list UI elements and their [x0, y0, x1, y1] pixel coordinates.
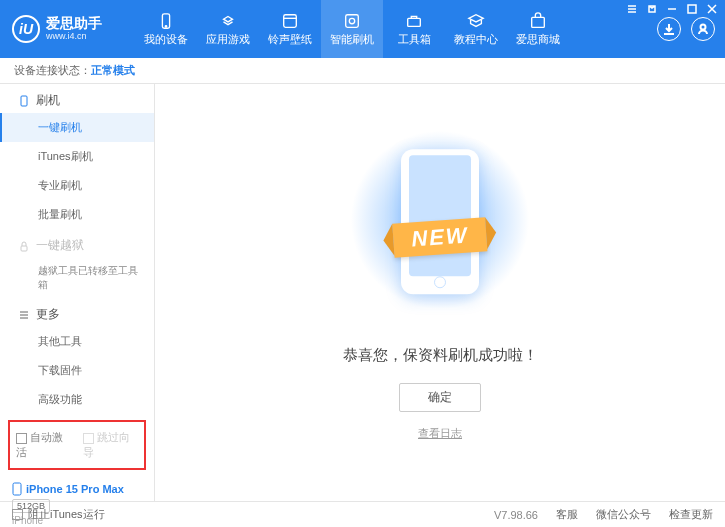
- svg-rect-9: [21, 96, 27, 106]
- sidebar-item-itunes-flash[interactable]: iTunes刷机: [0, 142, 154, 171]
- nav-smart-flash[interactable]: 智能刷机: [321, 0, 383, 58]
- block-itunes-checkbox[interactable]: 阻止iTunes运行: [12, 507, 105, 522]
- sidebar-item-pro-flash[interactable]: 专业刷机: [0, 171, 154, 200]
- svg-rect-3: [284, 14, 297, 27]
- nav-ringtones[interactable]: 铃声壁纸: [259, 0, 321, 58]
- minimize-icon[interactable]: [665, 2, 679, 16]
- menu-icon[interactable]: [625, 2, 639, 16]
- status-label: 设备连接状态：: [14, 63, 91, 78]
- window-controls: [625, 2, 719, 16]
- maximize-icon[interactable]: [685, 2, 699, 16]
- user-button[interactable]: [691, 17, 715, 41]
- svg-rect-7: [532, 17, 545, 27]
- app-subtitle: www.i4.cn: [46, 32, 102, 42]
- options-panel: 自动激活 跳过向导: [8, 420, 146, 470]
- flash-icon: [342, 12, 362, 30]
- success-illustration: NEW: [350, 134, 530, 324]
- download-button[interactable]: [657, 17, 681, 41]
- store-icon: [528, 12, 548, 30]
- new-banner: NEW: [392, 217, 487, 257]
- svg-rect-4: [346, 14, 359, 27]
- content-area: 刷机 一键刷机 iTunes刷机 专业刷机 批量刷机 一键越狱 越狱工具已转移至…: [0, 84, 725, 501]
- close-icon[interactable]: [705, 2, 719, 16]
- more-icon: [18, 309, 30, 321]
- update-link[interactable]: 检查更新: [669, 507, 713, 522]
- wechat-link[interactable]: 微信公众号: [596, 507, 651, 522]
- sidebar-item-advanced[interactable]: 高级功能: [0, 385, 154, 414]
- device-name[interactable]: iPhone 15 Pro Max: [12, 482, 142, 496]
- support-link[interactable]: 客服: [556, 507, 578, 522]
- top-nav: 我的设备 应用游戏 铃声壁纸 智能刷机 工具箱 教程中心 爱思商城: [135, 0, 569, 58]
- logo-icon: iU: [12, 15, 40, 43]
- svg-rect-11: [13, 483, 21, 495]
- status-value: 正常模式: [91, 63, 135, 78]
- svg-rect-0: [688, 5, 696, 13]
- skin-icon[interactable]: [645, 2, 659, 16]
- nav-apps[interactable]: 应用游戏: [197, 0, 259, 58]
- nav-toolbox[interactable]: 工具箱: [383, 0, 445, 58]
- view-log-link[interactable]: 查看日志: [418, 426, 462, 441]
- svg-rect-10: [21, 246, 27, 251]
- sidebar-item-batch-flash[interactable]: 批量刷机: [0, 200, 154, 229]
- svg-rect-6: [408, 18, 421, 26]
- sidebar-section-more[interactable]: 更多: [0, 298, 154, 327]
- sidebar-item-other-tools[interactable]: 其他工具: [0, 327, 154, 356]
- flash-section-icon: [18, 95, 30, 107]
- main-panel: NEW 恭喜您，保资料刷机成功啦！ 确定 查看日志: [155, 84, 725, 501]
- nav-tutorials[interactable]: 教程中心: [445, 0, 507, 58]
- app-header: iU 爱思助手 www.i4.cn 我的设备 应用游戏 铃声壁纸 智能刷机 工具…: [0, 0, 725, 58]
- success-message: 恭喜您，保资料刷机成功啦！: [343, 346, 538, 365]
- app-logo: iU 爱思助手 www.i4.cn: [0, 15, 135, 43]
- sidebar: 刷机 一键刷机 iTunes刷机 专业刷机 批量刷机 一键越狱 越狱工具已转移至…: [0, 84, 155, 501]
- toolbox-icon: [404, 12, 424, 30]
- tutorial-icon: [466, 12, 486, 30]
- ok-button[interactable]: 确定: [399, 383, 481, 412]
- ringtone-icon: [280, 12, 300, 30]
- header-right: [657, 17, 725, 41]
- sidebar-section-jailbreak: 一键越狱: [0, 229, 154, 258]
- nav-my-device[interactable]: 我的设备: [135, 0, 197, 58]
- lock-icon: [18, 240, 30, 252]
- version-label: V7.98.66: [494, 509, 538, 521]
- nav-store[interactable]: 爱思商城: [507, 0, 569, 58]
- sidebar-item-onekey-flash[interactable]: 一键刷机: [0, 113, 154, 142]
- auto-activate-checkbox[interactable]: 自动激活: [16, 430, 71, 460]
- apps-icon: [218, 12, 238, 30]
- sidebar-item-download-fw[interactable]: 下载固件: [0, 356, 154, 385]
- device-icon: [156, 12, 176, 30]
- svg-point-5: [349, 18, 354, 23]
- skip-guide-checkbox[interactable]: 跳过向导: [83, 430, 138, 460]
- status-bar: 设备连接状态： 正常模式: [0, 58, 725, 84]
- app-title: 爱思助手: [46, 16, 102, 31]
- jailbreak-info: 越狱工具已转移至工具箱: [0, 258, 154, 298]
- svg-point-2: [165, 25, 166, 26]
- svg-point-8: [701, 25, 706, 30]
- sidebar-section-flash[interactable]: 刷机: [0, 84, 154, 113]
